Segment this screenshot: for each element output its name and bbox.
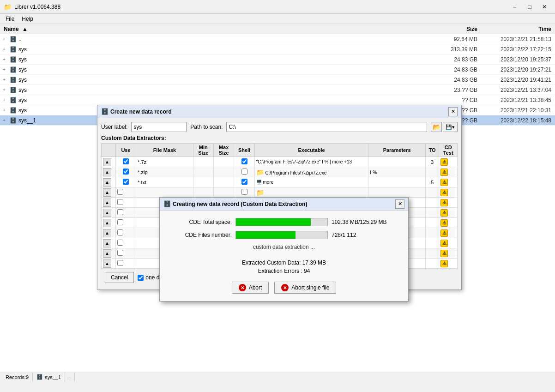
use-cell [115, 157, 136, 167]
create-form-row: User label: Path to scan: 📂 💾▾ [101, 122, 458, 132]
use-checkbox[interactable] [123, 158, 129, 164]
use-checkbox[interactable] [117, 250, 123, 256]
use-checkbox[interactable] [117, 229, 123, 235]
use-checkbox[interactable] [117, 219, 123, 225]
move-up-button[interactable]: ▲ [103, 168, 111, 176]
one-device-checkbox[interactable] [138, 275, 144, 281]
filemask-cell[interactable] [136, 187, 193, 198]
table-row[interactable]: + 🗄️ sys 24.83 GB 2023/12/20 19:27:21 [0, 65, 555, 75]
status-path: - [65, 372, 75, 382]
abort-button[interactable]: ✕ Abort [232, 282, 269, 294]
table-row[interactable]: + 🗄️ sys 23.?? GB 2023/12/21 13:37:04 [0, 85, 555, 95]
use-checkbox[interactable] [117, 199, 123, 205]
abort-single-button[interactable]: ✕ Abort single file [274, 282, 336, 294]
menu-file[interactable]: File [2, 15, 18, 23]
create-dialog-titlebar: 🗄️ Create new data record ✕ [97, 105, 461, 118]
executable-cell[interactable]: 📁 [254, 187, 368, 198]
total-space-row: CDE Total space: 102.38 MB/125.29 MB [167, 218, 401, 226]
progress-dialog: 🗄️ Creating new data record (Custom Data… [159, 197, 409, 302]
to-cell[interactable] [425, 167, 439, 177]
col-header-time[interactable]: Time [481, 26, 555, 32]
shell-checkbox[interactable] [241, 158, 247, 164]
browse-folder-button[interactable]: 📂 [431, 122, 442, 132]
use-checkbox[interactable] [123, 179, 129, 185]
file-name: sys [18, 77, 426, 83]
use-cell [115, 228, 136, 238]
warning-icon: ⚠ [440, 250, 448, 257]
cdtest-cell: ⚠ [439, 157, 458, 167]
move-up-button[interactable]: ▲ [103, 199, 111, 207]
maxsize-cell[interactable] [213, 167, 234, 177]
move-up-button[interactable]: ▲ [103, 219, 111, 227]
executable-cell[interactable]: "C:\Program Files\7-Zip\7z.exe" l % | mo… [254, 157, 368, 167]
expand-icon: + [0, 108, 8, 113]
menu-help[interactable]: Help [18, 15, 37, 23]
menu-bar: File Help [0, 14, 555, 24]
app-icon: 📁 [4, 3, 12, 11]
maxsize-cell[interactable] [213, 157, 234, 167]
move-up-button[interactable]: ▲ [103, 178, 111, 187]
move-btn-cell: ▲ [102, 248, 116, 259]
progress-close-button[interactable]: ✕ [395, 199, 404, 209]
to-cell[interactable]: 5 [425, 177, 439, 187]
file-icon: 🗄️ [8, 107, 18, 114]
file-time: 2023/12/21 13:38:45 [481, 97, 555, 103]
to-cell[interactable]: 3 [425, 157, 439, 167]
table-row[interactable]: + 🗄️ .. 92.64 MB 2023/12/21 21:58:13 [0, 34, 555, 44]
use-checkbox[interactable] [123, 169, 129, 175]
executable-cell[interactable]: 📁 C:\Program Files\7-Zip\7z.exe [254, 167, 368, 177]
move-up-button[interactable]: ▲ [103, 259, 111, 268]
table-row[interactable]: + 🗄️ sys 313.39 MB 2023/12/22 17:22:15 [0, 44, 555, 54]
title-bar: 📁 Librer v1.0064.388 ‒ □ ✕ [0, 0, 555, 14]
move-up-button[interactable]: ▲ [103, 229, 111, 237]
maximize-button[interactable]: □ [523, 2, 537, 12]
parameters-cell[interactable] [368, 157, 425, 167]
filemask-cell[interactable]: *.zip [136, 167, 193, 177]
shell-checkbox[interactable] [241, 179, 247, 185]
col-header-move [102, 144, 116, 157]
minsize-cell[interactable] [193, 177, 213, 187]
maxsize-cell[interactable] [213, 177, 234, 187]
user-label-input[interactable] [131, 122, 187, 132]
path-input[interactable] [226, 122, 427, 132]
status-tab[interactable]: 🗄️ sys__1 [33, 372, 65, 382]
shell-checkbox[interactable] [241, 189, 247, 195]
move-up-button[interactable]: ▲ [103, 209, 111, 217]
col-header-size[interactable]: Size [426, 26, 481, 32]
file-icon: 🗄️ [8, 77, 18, 83]
minimize-button[interactable]: ‒ [508, 2, 522, 12]
minsize-cell[interactable] [193, 167, 213, 177]
drive-dropdown-button[interactable]: 💾▾ [443, 122, 458, 132]
expand-icon: + [0, 87, 8, 92]
use-checkbox[interactable] [117, 240, 123, 246]
col-header-name[interactable]: Name ▲ [0, 26, 426, 32]
parameters-cell[interactable]: l % [368, 167, 425, 177]
cancel-button[interactable]: Cancel [105, 272, 134, 283]
table-row[interactable]: + 🗄️ sys ?? GB 2023/12/21 13:38:45 [0, 95, 555, 105]
use-checkbox[interactable] [117, 260, 123, 266]
use-checkbox[interactable] [117, 189, 123, 195]
close-button[interactable]: ✕ [537, 2, 551, 12]
warning-icon: ⚠ [440, 260, 448, 267]
move-up-button[interactable]: ▲ [103, 158, 111, 166]
move-up-button[interactable]: ▲ [103, 188, 111, 197]
move-up-button[interactable]: ▲ [103, 239, 111, 247]
file-size: 92.64 MB [426, 36, 481, 42]
filemask-cell[interactable]: *.7z [136, 157, 193, 167]
shell-checkbox[interactable] [241, 169, 247, 175]
use-checkbox[interactable] [117, 209, 123, 215]
move-up-button[interactable]: ▲ [103, 249, 111, 258]
progress-dialog-title: Creating new data record (Custom Data Ex… [173, 201, 307, 207]
filemask-cell[interactable]: *.txt [136, 177, 193, 187]
minsize-cell[interactable] [193, 157, 213, 167]
files-number-row: CDE Files number: 728/1 112 [167, 231, 401, 239]
table-row[interactable]: + 🗄️ sys 24.83 GB 2023/12/20 19:25:37 [0, 54, 555, 65]
move-btn-cell: ▲ [102, 208, 116, 218]
parameters-cell[interactable] [368, 177, 425, 187]
create-dialog-close[interactable]: ✕ [448, 107, 458, 116]
move-btn-cell: ▲ [102, 167, 116, 177]
move-btn-cell: ▲ [102, 228, 116, 238]
warning-icon: ⚠ [440, 189, 448, 196]
table-row[interactable]: + 🗄️ sys 24.83 GB 2023/12/20 19:41:21 [0, 75, 555, 85]
executable-cell[interactable]: 🖥️ more [254, 177, 368, 187]
